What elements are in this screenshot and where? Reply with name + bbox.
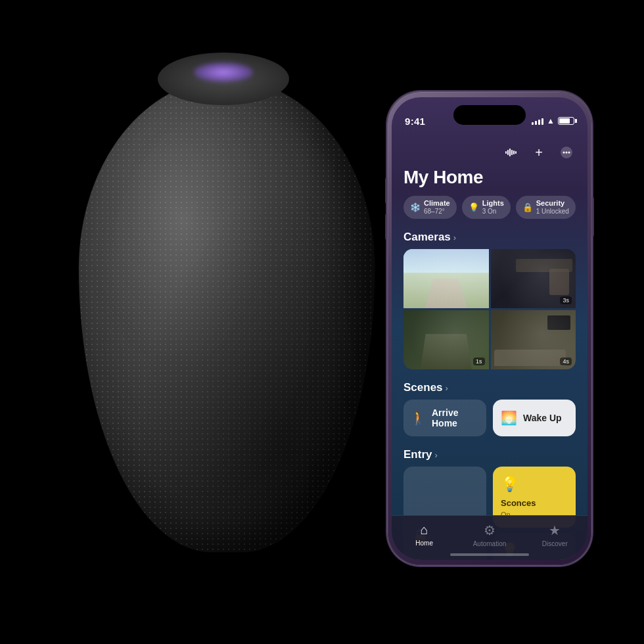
battery-fill	[559, 118, 570, 124]
camera-cell-4[interactable]: 4s	[491, 310, 576, 369]
entry-title: Entry	[403, 448, 432, 461]
signal-bars-icon	[532, 117, 543, 125]
wake-up-icon: 🌅	[499, 410, 518, 426]
home-tab-label: Home	[415, 540, 433, 547]
entry-section-header[interactable]: Entry ›	[392, 446, 587, 467]
homepod-mesh	[79, 79, 375, 552]
signal-bar-2	[535, 121, 537, 125]
tab-discover[interactable]: ★ Discover	[522, 522, 587, 547]
homepod-display	[194, 62, 253, 82]
wake-up-label: Wake Up	[523, 413, 562, 423]
svg-rect-3	[511, 150, 513, 155]
cameras-section-header[interactable]: Cameras ›	[392, 228, 587, 249]
signal-bar-1	[532, 122, 534, 125]
climate-label: Climate	[424, 199, 450, 208]
svg-rect-2	[509, 149, 511, 156]
siri-button[interactable]	[502, 143, 520, 162]
cameras-chevron-icon: ›	[453, 233, 456, 242]
homepod-top	[158, 53, 289, 105]
arrive-home-label: Arrive Home	[432, 407, 480, 428]
signal-bar-3	[538, 120, 540, 125]
add-button[interactable]: +	[530, 143, 548, 162]
lights-label: Lights	[482, 199, 504, 208]
tab-bar: ⌂ Home ⚙ Automation ★ Discover	[392, 515, 587, 560]
svg-rect-0	[505, 151, 507, 154]
wake-up-button[interactable]: 🌅 Wake Up	[493, 400, 576, 436]
security-sub: 1 Unlocked	[536, 208, 569, 216]
header-icons: +	[502, 143, 576, 162]
lights-sub: 3 On	[482, 208, 504, 216]
svg-rect-1	[507, 150, 509, 155]
more-button[interactable]	[557, 143, 576, 162]
status-icons: ▲	[532, 116, 574, 126]
camera-cell-3[interactable]: 1s	[403, 310, 489, 369]
cameras-title: Cameras	[403, 231, 451, 244]
iphone-vol-up-button[interactable]	[385, 177, 388, 204]
app-header: +	[392, 137, 587, 167]
camera-cell-2[interactable]: 3s	[491, 249, 576, 308]
scene: 9:41 ▲	[0, 0, 644, 644]
scenes-chevron-icon: ›	[446, 383, 448, 393]
security-icon: 🔒	[522, 202, 533, 212]
svg-point-8	[566, 152, 568, 154]
camera-grid: 3s 1s 4s	[403, 249, 576, 369]
discover-tab-icon: ★	[549, 522, 561, 538]
battery-icon	[558, 117, 574, 125]
climate-pill[interactable]: ❄️ Climate 68–72°	[403, 196, 457, 219]
camera-timer-2: 3s	[560, 296, 572, 304]
home-tab-icon: ⌂	[421, 522, 428, 538]
page-title: My Home	[392, 167, 587, 196]
security-label: Security	[536, 199, 569, 208]
svg-rect-5	[515, 151, 517, 154]
iphone: 9:41 ▲	[388, 92, 591, 565]
cam-fisheye-1	[403, 249, 489, 308]
status-time: 9:41	[405, 116, 425, 127]
svg-rect-4	[513, 150, 515, 154]
camera-timer-3: 1s	[473, 357, 485, 365]
sconces-icon: 💡	[501, 476, 568, 493]
homepod	[39, 53, 407, 578]
climate-icon: ❄️	[410, 202, 421, 212]
climate-pill-text: Climate 68–72°	[424, 199, 450, 216]
homepod-body	[79, 79, 375, 552]
scenes-section-header[interactable]: Scenes ›	[392, 379, 587, 400]
security-pill[interactable]: 🔒 Security 1 Unlocked	[516, 196, 576, 219]
automation-tab-label: Automation	[473, 540, 507, 547]
iphone-side-button[interactable]	[591, 197, 594, 237]
tab-home[interactable]: ⌂ Home	[392, 522, 457, 547]
home-indicator	[450, 553, 529, 556]
camera-timer-4: 4s	[560, 357, 572, 365]
svg-point-9	[568, 152, 570, 154]
scenes-title: Scenes	[403, 381, 443, 394]
automation-tab-icon: ⚙	[484, 522, 495, 538]
arrive-home-icon: 🚶	[410, 410, 426, 426]
lights-pill[interactable]: 💡 Lights 3 On	[462, 196, 511, 219]
lights-icon: 💡	[469, 202, 479, 212]
iphone-notch	[453, 105, 526, 125]
tab-automation[interactable]: ⚙ Automation	[457, 522, 522, 547]
discover-tab-label: Discover	[542, 540, 568, 547]
entry-chevron-icon: ›	[434, 450, 437, 460]
iphone-screen: 9:41 ▲	[392, 97, 587, 560]
category-pills: ❄️ Climate 68–72° 💡 Lights 3 On	[392, 196, 587, 228]
wifi-icon: ▲	[547, 116, 555, 126]
arrive-home-button[interactable]: 🚶 Arrive Home	[403, 400, 486, 436]
app-content: + My Home	[392, 137, 587, 560]
iphone-vol-down-button[interactable]	[385, 214, 388, 240]
security-pill-text: Security 1 Unlocked	[536, 199, 569, 216]
lights-pill-text: Lights 3 On	[482, 199, 504, 216]
camera-cell-1[interactable]	[403, 249, 489, 308]
signal-bar-4	[541, 118, 543, 125]
climate-sub: 68–72°	[424, 208, 450, 216]
sconces-name: Sconces	[501, 498, 568, 508]
svg-point-7	[563, 152, 565, 154]
scenes-row: 🚶 Arrive Home 🌅 Wake Up	[392, 400, 587, 446]
